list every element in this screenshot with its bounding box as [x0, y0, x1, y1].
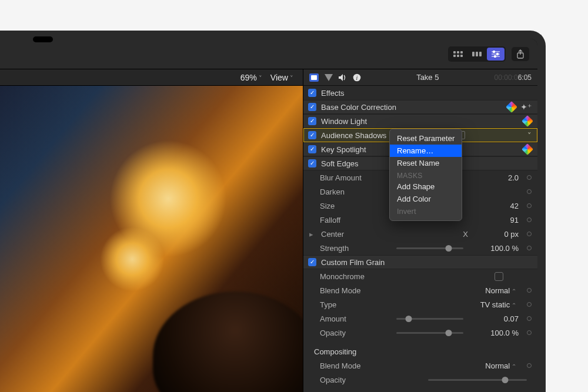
param-value[interactable]: 0.07 [473, 314, 519, 323]
inspector-panel: i Take 5 00:00:06:05 ✓ Effects [303, 69, 537, 392]
param-grain-blend-mode: Blend Mode Normal [303, 283, 537, 297]
param-value[interactable]: 2.0 [473, 173, 519, 182]
effect-row-base-color-correction[interactable]: ✓ Base Color Correction ✦⁺ [303, 100, 537, 114]
clip-title: Take 5 [367, 73, 489, 82]
chevron-down-icon[interactable]: ˅ [527, 131, 532, 140]
svg-rect-0 [453, 51, 456, 53]
checkbox-on-icon[interactable]: ✓ [308, 131, 316, 139]
param-monochrome: Monochrome [303, 269, 537, 283]
comp-blend-mode-select[interactable]: Normal [420, 361, 519, 370]
checkbox-on-icon[interactable]: ✓ [308, 159, 316, 167]
reset-icon[interactable] [527, 330, 532, 335]
param-value[interactable]: 0 px [473, 230, 519, 239]
menu-item-add-shape[interactable]: Add Shape [390, 180, 462, 193]
color-wheel-icon[interactable] [522, 115, 533, 127]
param-comp-opacity: Opacity [303, 373, 537, 387]
svg-marker-19 [339, 74, 343, 81]
main-split: 69% View [0, 69, 537, 392]
param-value[interactable]: 91 [473, 216, 519, 225]
effect-row-custom-film-grain[interactable]: ✓ Custom Film Grain [303, 255, 537, 269]
viewer-canvas[interactable] [0, 86, 303, 392]
slider[interactable] [396, 332, 463, 334]
svg-rect-1 [457, 51, 459, 53]
menu-item-reset-parameter[interactable]: Reset Parameter [390, 132, 462, 145]
slider[interactable] [396, 318, 463, 320]
compositing-section-header: Compositing [303, 344, 537, 359]
color-wheel-icon[interactable] [522, 143, 533, 155]
magic-wand-icon[interactable]: ✦⁺ [520, 102, 532, 112]
clip-timecode: 00:00:06:05 [495, 73, 532, 82]
filter-icon[interactable] [325, 74, 333, 81]
param-grain-opacity: Opacity 100.0 % [303, 326, 537, 340]
blend-mode-select[interactable]: Normal [420, 286, 519, 295]
slider[interactable] [428, 379, 527, 381]
grain-type-select[interactable]: TV static [420, 300, 519, 309]
svg-rect-17 [311, 75, 317, 80]
effect-label: Base Color Correction [321, 103, 503, 112]
menu-item-add-color[interactable]: Add Color [390, 193, 462, 205]
effect-label: Window Light [321, 117, 519, 126]
audio-tab-icon[interactable] [339, 74, 347, 81]
param-value[interactable]: 100.0 % [473, 244, 519, 253]
device-frame: 69% View [0, 31, 546, 392]
reset-icon[interactable] [527, 316, 532, 321]
reset-icon[interactable] [527, 363, 532, 368]
effect-context-menu: Reset Parameter Rename… Reset Name MASKS… [389, 129, 462, 221]
reset-icon[interactable] [527, 246, 532, 250]
zoom-dropdown[interactable]: 69% [240, 73, 262, 82]
preview-image [153, 292, 303, 392]
param-grain-amount: Amount 0.07 [303, 311, 537, 326]
top-toolbar [0, 39, 537, 69]
reset-icon[interactable] [527, 217, 532, 222]
menu-item-reset-name[interactable]: Reset Name [390, 157, 462, 169]
checkbox-on-icon[interactable]: ✓ [308, 258, 316, 266]
reset-icon[interactable] [527, 203, 532, 208]
inspector-body: ✓ Effects ✓ Base Color Correction ✦⁺ ✓ W… [303, 86, 537, 392]
svg-point-14 [494, 55, 496, 57]
clip-header: i Take 5 00:00:06:05 [303, 69, 537, 86]
reset-icon[interactable] [527, 232, 532, 236]
svg-rect-3 [453, 55, 456, 57]
param-value[interactable]: 100.0 % [473, 329, 519, 337]
share-button[interactable] [512, 47, 529, 61]
slider[interactable] [396, 247, 463, 249]
checkbox-on-icon[interactable]: ✓ [308, 103, 316, 111]
layout-clips-button[interactable] [449, 48, 467, 61]
view-dropdown[interactable]: View [270, 73, 293, 82]
disclosure-triangle-icon[interactable]: ▸ [308, 230, 314, 239]
param-center: ▸ Center X 0 px [303, 227, 537, 241]
video-tab-icon[interactable] [309, 73, 319, 82]
param-strength: Strength 100.0 % [303, 241, 537, 255]
svg-point-12 [496, 53, 498, 55]
inspector-toggle-button[interactable] [487, 48, 505, 61]
preview-image [100, 227, 165, 292]
reset-icon[interactable] [527, 288, 532, 293]
axis-label: X [456, 230, 468, 239]
checkbox-on-icon[interactable]: ✓ [308, 117, 316, 125]
menu-item-rename[interactable]: Rename… [390, 145, 462, 157]
info-tab-icon[interactable]: i [353, 73, 361, 82]
svg-text:i: i [356, 74, 358, 81]
reset-icon[interactable] [527, 189, 532, 194]
layout-toggle-group [448, 46, 506, 62]
app-window: 69% View [0, 39, 537, 392]
layout-filmstrip-button[interactable] [468, 48, 486, 61]
checkbox-on-icon[interactable]: ✓ [308, 145, 316, 153]
reset-icon[interactable] [527, 175, 532, 180]
menu-item-invert: Invert [390, 205, 462, 217]
effect-row-window-light[interactable]: ✓ Window Light [303, 114, 537, 128]
effect-label: Custom Film Grain [321, 258, 532, 267]
svg-rect-6 [472, 52, 475, 56]
reset-icon[interactable] [527, 302, 532, 307]
param-grain-type: Type TV static [303, 297, 537, 311]
svg-point-10 [493, 51, 495, 52]
color-wheel-icon[interactable] [506, 101, 517, 113]
checkbox-on-icon[interactable]: ✓ [308, 89, 316, 97]
param-value[interactable]: 42 [473, 202, 519, 210]
param-comp-blend-mode: Blend Mode Normal [303, 359, 537, 373]
svg-marker-18 [325, 74, 333, 81]
checkbox-off-icon[interactable] [495, 272, 503, 281]
svg-rect-7 [476, 52, 478, 56]
viewer-panel: 69% View [0, 69, 303, 392]
viewer-controls-bar: 69% View [0, 69, 303, 86]
